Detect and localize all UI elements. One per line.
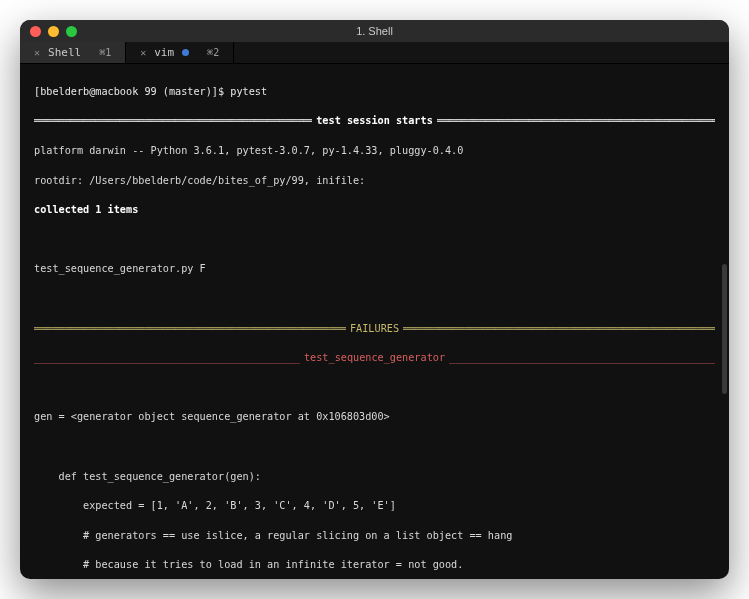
progress-line: test_sequence_generator.py F xyxy=(34,262,715,277)
modified-indicator-icon xyxy=(182,49,189,56)
failures-label: FAILURES xyxy=(346,322,403,337)
tab-shortcut: ⌘1 xyxy=(99,47,111,58)
tab-vim[interactable]: ✕ vim ⌘2 xyxy=(126,42,234,63)
rule-line: ════════════════════════════════════════… xyxy=(34,322,346,337)
trace-line: def test_sequence_generator(gen): xyxy=(34,470,715,485)
tab-shell[interactable]: ✕ Shell ⌘1 xyxy=(20,42,126,63)
platform-line: platform darwin -- Python 3.6.1, pytest-… xyxy=(34,144,715,159)
session-header-label: test session starts xyxy=(312,114,437,129)
trace-line: expected = [1, 'A', 2, 'B', 3, 'C', 4, '… xyxy=(34,499,715,514)
tab-label: vim xyxy=(154,46,174,59)
tab-label: Shell xyxy=(48,46,81,59)
trace-line: # generators == use islice, a regular sl… xyxy=(34,529,715,544)
trace-line: gen = <generator object sequence_generat… xyxy=(34,410,715,425)
collected-line: collected 1 items xyxy=(34,203,715,218)
failure-name: test_sequence_generator xyxy=(300,351,449,366)
window-title: 1. Shell xyxy=(20,25,729,37)
rule-line: ________________________________________… xyxy=(34,351,300,366)
scrollbar-thumb[interactable] xyxy=(722,264,727,394)
entered-command: pytest xyxy=(230,86,267,97)
trace-line: # because it tries to load in an infinit… xyxy=(34,558,715,573)
tab-bar: ✕ Shell ⌘1 ✕ vim ⌘2 xyxy=(20,42,729,64)
titlebar[interactable]: 1. Shell xyxy=(20,20,729,42)
rule-line: ════════════════════════════════════════… xyxy=(437,114,715,129)
rootdir-line: rootdir: /Users/bbelderb/code/bites_of_p… xyxy=(34,174,715,189)
terminal-viewport[interactable]: [bbelderb@macbook 99 (master)]$ pytest ═… xyxy=(20,64,729,579)
rule-line: ════════════════════════════════════════… xyxy=(34,114,312,129)
terminal-window: 1. Shell ✕ Shell ⌘1 ✕ vim ⌘2 [bbelderb@m… xyxy=(20,20,729,579)
tab-shortcut: ⌘2 xyxy=(207,47,219,58)
rule-line: ════════════════════════════════════════… xyxy=(403,322,715,337)
rule-line: ________________________________________… xyxy=(449,351,715,366)
prompt: [bbelderb@macbook 99 (master)]$ xyxy=(34,86,230,97)
close-tab-icon[interactable]: ✕ xyxy=(140,47,146,58)
close-tab-icon[interactable]: ✕ xyxy=(34,47,40,58)
